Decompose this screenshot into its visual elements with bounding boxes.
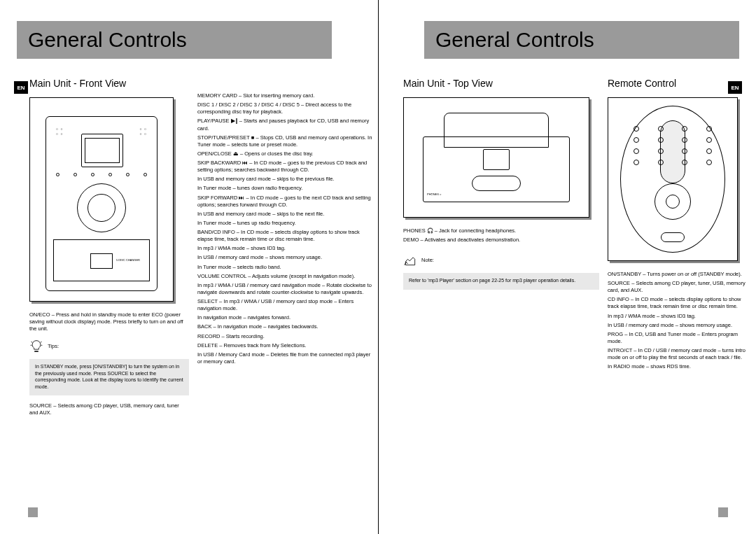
device-top-sketch: PHONES ○ — [416, 108, 577, 206]
rc-1: SOURCE – Selects among CD player, tuner,… — [608, 280, 748, 294]
rc-3: In mp3 / WMA mode – shows ID3 tag. — [608, 313, 748, 320]
l2-2: PLAY/PAUSE ▶‖ – Starts and pauses playba… — [197, 118, 372, 132]
l2-6: In USB and memory card mode – skips to t… — [197, 176, 372, 183]
section-title-remote: Remote Control — [608, 77, 748, 90]
desc-phones: PHONES 🎧 – Jack for connecting headphone… — [403, 227, 599, 234]
page-left: General Controls EN Main Unit - Front Vi… — [0, 0, 378, 534]
section-title-front: Main Unit - Front View — [29, 77, 189, 90]
l2-1: DISC 1 / DISC 2 / DISC 3 / DISC 4 / DISC… — [197, 101, 372, 115]
l2-17: SELECT – In mp3 / WMA / USB / memory car… — [197, 298, 372, 312]
device-front-sketch: ○ ○○ ○ ○ ○○ ○ 5 DISC CHANGER — [46, 116, 158, 291]
l2-14: In Tuner mode – selects radio band. — [197, 264, 372, 271]
page-title: General Controls — [28, 28, 187, 52]
disc-changer-label: 5 DISC CHANGER — [116, 258, 140, 262]
desc-demo: DEMO – Activates and deactivates demonst… — [403, 237, 599, 244]
note-label: Note: — [421, 257, 434, 264]
l2-10: In Tuner mode – tunes up radio frequency… — [197, 220, 372, 227]
l2-0: MEMORY CARD – Slot for inserting memory … — [197, 92, 372, 99]
l2-4: OPEN/CLOSE ⏏ – Opens or closes the disc … — [197, 150, 372, 157]
illus-top-view: PHONES ○ — [403, 97, 589, 218]
tips-label: Tips: — [48, 343, 59, 350]
header-bar-right: General Controls — [424, 21, 739, 59]
remote-sketch — [620, 106, 725, 253]
hand-note-icon — [403, 253, 417, 267]
l2-13: In USB / memory card mode – shows memory… — [197, 254, 372, 261]
page-title-r: General Controls — [435, 28, 594, 52]
left-col-2: MEMORY CARD – Slot for inserting memory … — [197, 77, 372, 419]
rc-2: CD INFO – In CD mode – selects display o… — [608, 296, 748, 310]
l2-16: In mp3 / WMA / USB / memory card navigat… — [197, 282, 372, 296]
l2-7: In Tuner mode – tunes down radio frequen… — [197, 185, 372, 192]
tips-box: In STANDBY mode, press [ON/STANDBY] to t… — [29, 359, 189, 395]
l2-5: SKIP BACKWARD ⏮ – In CD mode – goes to t… — [197, 160, 372, 174]
note-body: Refer to 'mp3 Player' section on page 22… — [409, 278, 575, 283]
left-col-1: Main Unit - Front View ○ ○○ ○ ○ ○○ ○ 5 D… — [29, 77, 189, 419]
l2-20: RECORD – Starts recording. — [197, 333, 372, 340]
l2-18: In navigation mode – navigates forward. — [197, 314, 372, 321]
rc-4: In USB / memory card mode – shows memory… — [608, 322, 748, 329]
right-col-2: Remote Control ON/STANDBY – Turns power … — [608, 77, 748, 372]
rc-5: PROG – In CD, USB and Tuner mode – Enter… — [608, 331, 748, 345]
l2-22: In USB / Memory Card mode – Deletes file… — [197, 351, 372, 365]
tips-body: In STANDBY mode, press [ON/STANDBY] to t… — [35, 364, 183, 388]
rc-0: ON/STANDBY – Turns power on or off (STAN… — [608, 271, 748, 278]
section-title-top: Main Unit - Top View — [403, 77, 599, 90]
right-col-1: Main Unit - Top View PHONES ○ PHONES 🎧 –… — [403, 77, 599, 372]
page-right: General Controls EN Main Unit - Top View… — [378, 0, 756, 534]
l2-11: BAND/CD INFO – In CD mode – selects disp… — [197, 229, 372, 243]
desc-source: SOURCE – Selects among CD player, USB, m… — [29, 402, 189, 416]
illus-front-view: ○ ○○ ○ ○ ○○ ○ 5 DISC CHANGER — [29, 97, 174, 302]
desc-on-eco: ON/ECO – Press and hold in standby mode … — [29, 311, 189, 332]
rc-7: In RADIO mode – shows RDS time. — [608, 363, 748, 370]
l2-15: VOLUME CONTROL – Adjusts volume (except … — [197, 273, 372, 280]
page-number-box-left — [28, 507, 38, 517]
note-box: Refer to 'mp3 Player' section on page 22… — [403, 273, 599, 289]
l2-12: In mp3 / WMA mode – shows ID3 tag. — [197, 245, 372, 252]
l2-21: DELETE – Removes track from My Selection… — [197, 342, 372, 349]
l2-19: BACK – In navigation mode – navigates ba… — [197, 323, 372, 330]
l2-9: In USB and memory card mode – skips to t… — [197, 211, 372, 218]
rc-6: INTRO/CT – In CD / USB / memory card mod… — [608, 347, 748, 361]
l2-3: STOP/TUNE/PRESET ■ – Stops CD, USB and m… — [197, 134, 372, 148]
page-number-box-right — [718, 507, 728, 517]
illus-remote — [608, 97, 738, 261]
lightbulb-icon — [29, 339, 43, 353]
header-bar-left: General Controls — [17, 21, 332, 59]
l2-8: SKIP FORWARD ⏭ – In CD mode – goes to th… — [197, 195, 372, 209]
